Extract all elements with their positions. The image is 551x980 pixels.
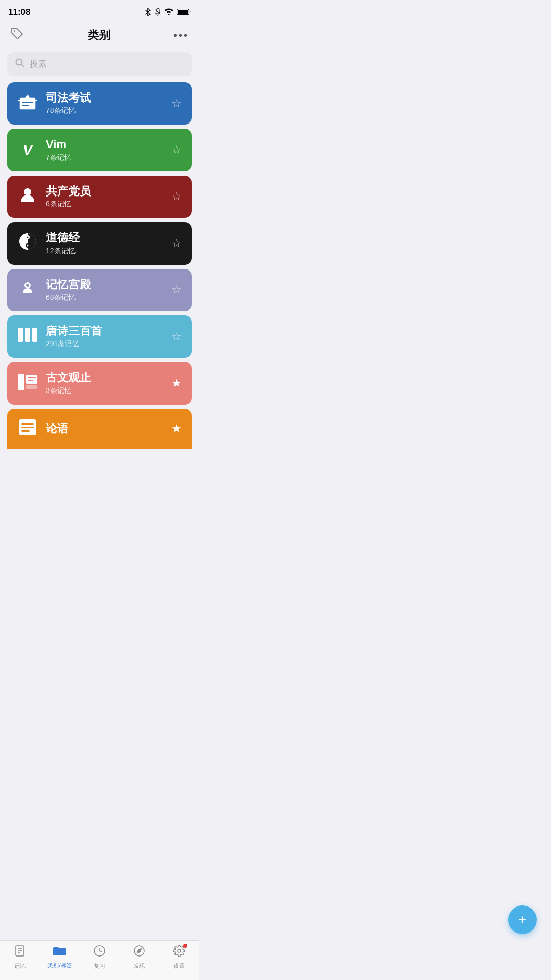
- gear-icon: [173, 947, 185, 960]
- category-icon-5: [17, 279, 38, 301]
- nav-label-review: 复习: [94, 962, 105, 970]
- bell-off-icon: [154, 8, 161, 17]
- category-count-3: 6条记忆: [46, 200, 163, 209]
- category-item-1[interactable]: 司法考试 78条记忆 ☆: [7, 82, 192, 125]
- category-text-3: 共产党员 6条记忆: [46, 185, 163, 209]
- status-icons: [145, 8, 191, 17]
- category-text-5: 记忆宫殿 68条记忆: [46, 278, 163, 302]
- category-star-4[interactable]: ☆: [171, 237, 182, 250]
- category-count-6: 291条记忆: [46, 339, 163, 349]
- nav-item-category[interactable]: 类别/标签: [40, 945, 80, 969]
- category-text-4: 道德经 12条记忆: [46, 231, 163, 255]
- category-name-4: 道德经: [46, 231, 163, 244]
- settings-icon-wrap: [173, 945, 185, 960]
- category-item-8[interactable]: 论语 ★: [7, 409, 192, 449]
- category-item-2[interactable]: V Vim 7条记忆 ☆: [7, 129, 192, 171]
- category-text-7: 古文观止 3条记忆: [46, 371, 163, 395]
- svg-rect-18: [18, 328, 23, 342]
- category-star-7[interactable]: ★: [171, 377, 182, 390]
- category-icon-6: [17, 328, 38, 346]
- category-count-7: 3条记忆: [46, 386, 163, 396]
- nav-item-settings[interactable]: 设置: [159, 945, 199, 970]
- nav-label-memory: 记忆: [14, 962, 26, 970]
- category-name-5: 记忆宫殿: [46, 278, 163, 291]
- category-star-5[interactable]: ☆: [171, 283, 182, 297]
- category-name-8: 论语: [46, 422, 163, 435]
- svg-line-4: [22, 65, 24, 67]
- category-star-2[interactable]: ☆: [171, 143, 182, 157]
- status-time: 11:08: [8, 7, 30, 17]
- svg-point-14: [27, 237, 29, 238]
- category-name-1: 司法考试: [46, 91, 163, 105]
- category-star-1[interactable]: ☆: [171, 97, 182, 110]
- nav-item-review[interactable]: 复习: [80, 945, 119, 970]
- clock-icon: [93, 945, 106, 960]
- nav-item-discover[interactable]: 发现: [119, 945, 159, 970]
- category-icon-2: V: [17, 142, 38, 158]
- svg-point-38: [178, 949, 181, 952]
- nav-item-memory[interactable]: 记忆: [0, 945, 40, 970]
- page-title: 类别: [24, 28, 173, 43]
- category-name-6: 唐诗三百首: [46, 325, 163, 338]
- bottom-nav: 记忆 类别/标签 复习 发现: [0, 940, 199, 980]
- category-list: 司法考试 78条记忆 ☆ V Vim 7条记忆 ☆ 共产党员 6条记忆 ☆: [0, 82, 199, 490]
- status-bar: 11:08: [0, 0, 199, 22]
- compass-icon: [133, 945, 145, 960]
- category-icon-8: [17, 418, 38, 440]
- category-icon-3: [17, 186, 38, 207]
- category-name-7: 古文观止: [46, 371, 163, 384]
- svg-rect-28: [21, 423, 34, 425]
- svg-rect-19: [25, 328, 30, 342]
- category-text-8: 论语: [46, 422, 163, 435]
- more-button[interactable]: •••: [173, 30, 189, 41]
- category-item-3[interactable]: 共产党员 6条记忆 ☆: [7, 176, 192, 218]
- wifi-icon: [164, 8, 173, 17]
- battery-icon: [177, 8, 191, 17]
- category-text-1: 司法考试 78条记忆: [46, 91, 163, 115]
- search-placeholder: 搜索: [30, 58, 47, 70]
- svg-rect-29: [21, 427, 34, 428]
- category-name-3: 共产党员: [46, 185, 163, 198]
- svg-point-17: [26, 284, 29, 287]
- settings-badge: [183, 944, 187, 948]
- svg-point-2: [14, 30, 15, 32]
- svg-rect-6: [20, 98, 35, 109]
- category-star-6[interactable]: ☆: [171, 330, 182, 344]
- category-item-5[interactable]: 记忆宫殿 68条记忆 ☆: [7, 269, 192, 311]
- svg-rect-25: [28, 380, 33, 381]
- search-bar[interactable]: 搜索: [7, 52, 192, 76]
- category-star-3[interactable]: ☆: [171, 190, 182, 203]
- category-icon-7: [17, 374, 38, 394]
- header: 类别 •••: [0, 22, 199, 52]
- svg-rect-30: [21, 430, 30, 432]
- nav-label-category: 类别/标签: [47, 962, 71, 969]
- svg-rect-7: [18, 100, 37, 101]
- svg-rect-1: [178, 10, 188, 14]
- nav-label-settings: 设置: [173, 962, 185, 970]
- search-icon: [15, 58, 24, 70]
- category-count-4: 12条记忆: [46, 247, 163, 256]
- category-count-1: 78条记忆: [46, 106, 163, 115]
- bluetooth-icon: [145, 8, 151, 17]
- svg-marker-37: [137, 949, 141, 953]
- svg-point-10: [24, 188, 31, 195]
- svg-rect-20: [32, 328, 37, 342]
- category-text-6: 唐诗三百首 291条记忆: [46, 325, 163, 349]
- category-item-7[interactable]: 古文观止 3条记忆 ★: [7, 362, 192, 404]
- svg-rect-26: [26, 385, 37, 389]
- category-item-4[interactable]: 道德经 12条记忆 ☆: [7, 222, 192, 264]
- svg-point-15: [27, 245, 29, 247]
- svg-rect-22: [18, 374, 24, 390]
- category-count-5: 68条记忆: [46, 293, 163, 302]
- category-count-2: 7条记忆: [46, 153, 163, 162]
- category-item-6[interactable]: 唐诗三百首 291条记忆 ☆: [7, 315, 192, 358]
- category-icon-1: [17, 92, 38, 115]
- svg-rect-8: [22, 102, 33, 103]
- category-star-8[interactable]: ★: [171, 422, 182, 435]
- category-icon-4: [17, 232, 38, 254]
- nav-label-discover: 发现: [134, 962, 145, 970]
- tag-icon[interactable]: [10, 27, 24, 44]
- category-text-2: Vim 7条记忆: [46, 138, 163, 162]
- svg-rect-23: [26, 375, 37, 384]
- svg-rect-9: [22, 105, 29, 106]
